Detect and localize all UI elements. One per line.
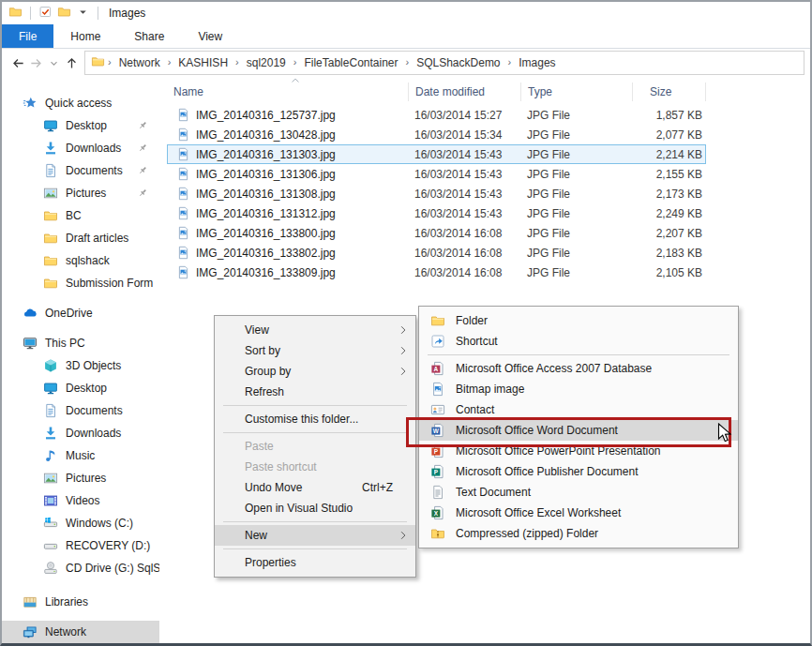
sidebar-item-downloads[interactable]: Downloads	[2, 422, 159, 444]
file-size: 1,857 KB	[633, 109, 706, 122]
sidebar-item-recovery-d[interactable]: RECOVERY (D:)	[2, 534, 159, 557]
new-folder-icon[interactable]	[57, 5, 71, 22]
sidebar-item-submission-form[interactable]: Submission Form	[2, 272, 159, 294]
file-row-img-20140316-131308-jpg[interactable]: IMG_20140316_131308.jpg16/03/2014 15:43J…	[167, 184, 706, 203]
breadcrumb-sql2019[interactable]: sql2019	[240, 56, 293, 69]
sidebar-item-pictures[interactable]: Pictures	[2, 182, 159, 204]
customize-toolbar-dropdown-icon[interactable]	[76, 5, 90, 22]
context-menu-item-new[interactable]: New	[215, 525, 415, 546]
sidebar-item-desktop[interactable]: Desktop	[2, 114, 159, 137]
column-header-date-modified[interactable]: Date modified	[409, 83, 521, 101]
sidebar-item-sqlshack[interactable]: sqlshack	[2, 249, 159, 272]
file-type: JPG File	[521, 266, 633, 279]
sidebar-item-cd-drive-g-sqlset[interactable]: CD Drive (G:) SqlSet	[2, 557, 159, 579]
sidebar-item-pictures[interactable]: Pictures	[2, 467, 159, 489]
context-menu-item-sort-by[interactable]: Sort by	[215, 340, 415, 361]
submenu-chevron-icon	[398, 530, 409, 544]
file-row-img-20140316-133802-jpg[interactable]: IMG_20140316_133802.jpg16/03/2014 16:08J…	[167, 243, 706, 263]
new-submenu-item-microsoft-office-access-2007-database[interactable]: AMicrosoft Office Access 2007 Database	[419, 358, 738, 379]
breadcrumb-images[interactable]: Images	[512, 56, 562, 69]
tab-share[interactable]: Share	[117, 24, 181, 48]
file-row-img-20140316-131306-jpg[interactable]: IMG_20140316_131306.jpg16/03/2014 15:43J…	[167, 164, 706, 184]
sidebar-item-desktop[interactable]: Desktop	[2, 377, 159, 399]
new-submenu-item-microsoft-office-powerpoint-presentation[interactable]: PMicrosoft Office PowerPoint Presentatio…	[419, 441, 738, 461]
new-submenu-item-compressed-zipped-folder[interactable]: Compressed (zipped) Folder	[419, 523, 738, 544]
breadcrumb-sqlshackdemo[interactable]: SQLShackDemo	[410, 56, 506, 69]
tab-home[interactable]: Home	[53, 24, 117, 48]
sidebar-item-libraries[interactable]: Libraries	[2, 591, 159, 613]
context-menu-item-open-in-visual-studio[interactable]: Open in Visual Studio	[215, 498, 415, 518]
context-menu-item-properties[interactable]: Properties	[215, 552, 415, 573]
menu-separator	[223, 521, 407, 522]
sidebar-item-onedrive[interactable]: OneDrive	[2, 302, 159, 324]
title-bar: Images	[2, 2, 810, 24]
tab-file[interactable]: File	[2, 24, 53, 48]
breadcrumb-filetablecontainer[interactable]: FileTableContainer	[297, 56, 404, 69]
sidebar-item-music[interactable]: Music	[2, 444, 159, 467]
sidebar-item-documents[interactable]: Documents	[2, 159, 159, 182]
3d-objects-cube-icon	[43, 358, 58, 373]
recent-locations-dropdown-icon[interactable]	[47, 56, 61, 70]
sidebar-item-downloads[interactable]: Downloads	[2, 137, 159, 159]
downloads-icon	[43, 426, 58, 441]
column-header-name[interactable]: Name	[167, 83, 409, 101]
file-name: IMG_20140316_131303.jpg	[196, 148, 336, 161]
file-row-img-20140316-130428-jpg[interactable]: IMG_20140316_130428.jpg16/03/2014 15:34J…	[167, 125, 706, 144]
menu-item-label: Shortcut	[456, 335, 498, 348]
context-menu-item-group-by[interactable]: Group by	[215, 361, 415, 382]
new-submenu-item-microsoft-office-excel-worksheet[interactable]: XMicrosoft Office Excel Worksheet	[419, 503, 738, 523]
new-submenu-item-bitmap-image[interactable]: Bitmap image	[419, 379, 738, 399]
sidebar-item-videos[interactable]: Videos	[2, 489, 159, 512]
file-list: IMG_20140316_125737.jpg16/03/2014 15:27J…	[167, 105, 706, 282]
context-menu-item-undo-move[interactable]: Undo MoveCtrl+Z	[215, 477, 415, 498]
up-button[interactable]	[65, 56, 79, 70]
sidebar-item-bc[interactable]: BC	[2, 204, 159, 227]
file-row-img-20140316-133800-jpg[interactable]: IMG_20140316_133800.jpg16/03/2014 16:08J…	[167, 223, 706, 243]
file-name-cell: IMG_20140316_130428.jpg	[167, 128, 409, 142]
menu-separator	[428, 354, 729, 355]
new-submenu-item-microsoft-office-word-document[interactable]: WMicrosoft Office Word Document	[419, 420, 738, 441]
music-note-icon	[43, 448, 58, 463]
window-title: Images	[109, 7, 145, 20]
column-header-type[interactable]: Type	[521, 83, 633, 101]
column-header-size[interactable]: Size	[633, 83, 706, 101]
context-menu-item-customise-this-folder[interactable]: Customise this folder...	[215, 409, 415, 429]
new-submenu-item-microsoft-office-publisher-document[interactable]: PMicrosoft Office Publisher Document	[419, 461, 738, 482]
file-row-img-20140316-133809-jpg[interactable]: IMG_20140316_133809.jpg16/03/2014 16:08J…	[167, 263, 706, 282]
sidebar-item-3d-objects[interactable]: 3D Objects	[2, 354, 159, 377]
new-submenu-item-shortcut[interactable]: Shortcut	[419, 331, 738, 352]
sidebar-item-windows-c[interactable]: Windows (C:)	[2, 512, 159, 534]
context-menu-item-refresh[interactable]: Refresh	[215, 382, 415, 402]
menu-item-label: Refresh	[245, 385, 284, 398]
sidebar-item-draft-articles[interactable]: Draft articles	[2, 227, 159, 249]
address-bar[interactable]: ›Network›KASHISH›sql2019›FileTableContai…	[84, 51, 804, 75]
forward-button[interactable]	[29, 56, 43, 70]
documents-icon	[43, 163, 58, 178]
new-submenu: FolderShortcutAMicrosoft Office Access 2…	[418, 306, 739, 548]
sidebar-item-quick-access[interactable]: Quick access	[2, 92, 159, 114]
file-row-img-20140316-131312-jpg[interactable]: IMG_20140316_131312.jpg16/03/2014 15:43J…	[167, 203, 706, 223]
tab-view[interactable]: View	[181, 24, 239, 48]
new-submenu-item-text-document[interactable]: Text Document	[419, 482, 738, 503]
back-button[interactable]	[11, 56, 25, 70]
sidebar-item-network[interactable]: Network	[2, 621, 159, 643]
file-row-img-20140316-125737-jpg[interactable]: IMG_20140316_125737.jpg16/03/2014 15:27J…	[167, 105, 706, 125]
breadcrumb-network[interactable]: Network	[113, 56, 167, 69]
jpg-file-icon	[176, 226, 190, 240]
sidebar-item-documents[interactable]: Documents	[2, 399, 159, 422]
zip-icon	[430, 526, 445, 541]
new-submenu-item-folder[interactable]: Folder	[419, 310, 738, 331]
new-submenu-item-contact[interactable]: Contact	[419, 399, 738, 420]
breadcrumb-kashish[interactable]: KASHISH	[172, 56, 234, 69]
pin-icon	[137, 188, 148, 199]
context-menu-item-view[interactable]: View	[215, 320, 415, 340]
menu-item-label: Microsoft Office Access 2007 Database	[456, 362, 652, 375]
file-row-img-20140316-131303-jpg[interactable]: IMG_20140316_131303.jpg16/03/2014 15:43J…	[167, 144, 706, 164]
sidebar-item-label: Submission Form	[66, 277, 153, 290]
sidebar-item-label: Downloads	[66, 142, 121, 155]
menu-item-label: Bitmap image	[456, 383, 524, 396]
properties-check-icon[interactable]	[38, 5, 53, 22]
sidebar-item-label: Videos	[66, 494, 99, 507]
jpg-file-icon	[176, 167, 190, 181]
sidebar-item-this-pc[interactable]: This PC	[2, 332, 159, 354]
